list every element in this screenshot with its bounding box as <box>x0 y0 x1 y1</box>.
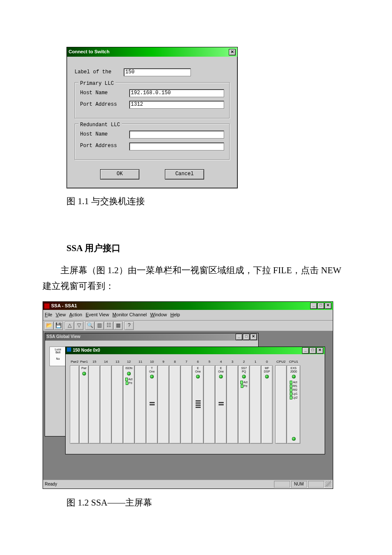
label-of-the-label: Label of the <box>75 68 124 77</box>
dialog-title: Connect to Switch <box>69 48 110 56</box>
close-icon[interactable]: ✕ <box>250 334 257 340</box>
figure-1-2-caption: 图 1.2 SSA——主屏幕 <box>66 495 349 511</box>
redundant-port-input[interactable] <box>129 142 224 150</box>
grid-icon[interactable]: ▦ <box>113 321 123 330</box>
slot-13[interactable]: 13 <box>112 365 123 444</box>
led-green-icon <box>242 375 246 379</box>
status-cell <box>308 481 324 488</box>
redundant-port-label: Port Address <box>80 142 129 151</box>
slot-7[interactable]: 7 <box>181 365 192 444</box>
status-cell <box>274 481 290 488</box>
up-icon[interactable]: △ <box>65 321 74 330</box>
find-icon[interactable]: 🔍 <box>85 321 95 330</box>
slot-0-mfdsp[interactable]: 0MF DSP <box>261 365 273 444</box>
columns-icon[interactable]: ▥ <box>95 321 104 330</box>
slot-9[interactable]: 9 <box>158 365 169 444</box>
ssa-user-interface-heading: SSA 用户接口 <box>66 240 349 257</box>
port-icon <box>196 402 201 404</box>
slot-pwr2[interactable]: Pwr2 <box>70 365 79 444</box>
slot-12-isdn[interactable]: 12ISDNActPri <box>123 365 135 444</box>
slot-4-eone[interactable]: 4E One <box>215 365 227 444</box>
port-icon <box>196 405 201 406</box>
menu-window[interactable]: Window <box>150 311 167 319</box>
slot-cpu2[interactable]: CPU2 <box>275 365 287 444</box>
node-title: 150 Node 0x0 <box>73 348 100 353</box>
primary-llc-group: Primary LLC Host Name 192.168.0.150 Port… <box>75 82 230 119</box>
minimize-icon[interactable]: _ <box>302 347 309 354</box>
primary-port-input[interactable]: 1312 <box>129 101 224 109</box>
slot-2-ss7pq[interactable]: 2SS7 PQActPri <box>238 365 250 444</box>
global-view-title: SSA Global View <box>46 333 80 341</box>
ssa-main-window: SSA - SSA1 _ □ ✕ File View Action Event … <box>43 301 333 489</box>
status-ready: Ready <box>45 480 57 488</box>
redundant-host-input[interactable] <box>129 130 224 139</box>
menu-action[interactable]: Action <box>69 311 82 319</box>
primary-port-label: Port Address <box>80 100 129 110</box>
led-green-icon <box>82 372 86 376</box>
node-icon <box>67 347 71 352</box>
menu-file[interactable]: File <box>45 311 52 319</box>
menu-event-view[interactable]: Event View <box>86 311 109 319</box>
save-icon[interactable]: 💾 <box>54 321 63 330</box>
primary-llc-legend: Primary LLC <box>78 79 115 89</box>
menu-help[interactable]: Help <box>170 311 180 319</box>
slot-3[interactable]: 3 <box>227 365 238 444</box>
minimize-icon[interactable]: _ <box>310 303 317 309</box>
slot-5[interactable]: 5 <box>204 365 215 444</box>
menu-monitor-channel[interactable]: Monitor Channel <box>112 311 147 319</box>
maximize-icon[interactable]: □ <box>243 334 250 340</box>
led-green-icon <box>196 375 200 379</box>
statusbar: Ready NUM <box>43 480 333 489</box>
led-green-icon <box>265 375 269 379</box>
cancel-button[interactable]: Cancel <box>165 169 204 179</box>
close-icon[interactable]: ✕ <box>317 347 323 354</box>
slot-8[interactable]: 8 <box>169 365 181 444</box>
slot-pwr1[interactable]: Pwr1Pwr <box>79 365 89 444</box>
menu-view[interactable]: View <box>56 311 66 319</box>
figure-1-1-caption: 图 1.1 与交换机连接 <box>66 194 349 210</box>
led-green-icon <box>292 375 296 379</box>
slot-10-tone[interactable]: 10T One <box>146 365 158 444</box>
menubar: File View Action Event View Monitor Chan… <box>43 310 333 321</box>
open-icon[interactable]: 📂 <box>44 321 54 330</box>
node-0x0-window: 150 Node 0x0 _ □ ✕ Pwr2 Pwr1Pwr 15 14 <box>65 347 325 454</box>
slot-1[interactable]: 1 <box>250 365 261 444</box>
chassis: Pwr2 Pwr1Pwr 15 14 13 12ISDNActPri 11 10… <box>70 365 320 446</box>
connect-to-switch-dialog: Connect to Switch ✕ Label of the 150 Pri… <box>66 47 238 188</box>
slot-6-eone[interactable]: 6E One <box>192 365 204 444</box>
maximize-icon[interactable]: □ <box>309 347 316 354</box>
slot-cpu1-exs2000[interactable]: CPU1EXS 2000ActRf1Rf2Lp1Lp2 <box>287 365 300 444</box>
redundant-llc-legend: Redundant LLC <box>78 121 122 130</box>
slot-15[interactable]: 15 <box>89 365 100 444</box>
port-icon <box>196 400 201 402</box>
slot-11[interactable]: 11 <box>135 365 146 444</box>
redundant-llc-group: Redundant LLC Host Name Port Address <box>75 124 230 160</box>
port-icon <box>196 407 201 408</box>
led-green-icon <box>150 375 154 379</box>
tree-icon[interactable]: ☷ <box>104 321 113 330</box>
down-icon[interactable]: ▽ <box>74 321 84 330</box>
close-icon[interactable]: ✕ <box>229 49 236 55</box>
app-titlebar: SSA - SSA1 _ □ ✕ <box>43 302 333 310</box>
resize-grip-icon[interactable] <box>325 481 331 487</box>
dialog-titlebar: Connect to Switch ✕ <box>67 47 237 57</box>
close-icon[interactable]: ✕ <box>325 303 331 309</box>
app-title: SSA - SSA1 <box>51 302 77 310</box>
ok-button[interactable]: OK <box>100 169 139 179</box>
global-switch-thumb[interactable]: LuceBellNo <box>49 347 66 366</box>
primary-host-input[interactable]: 192.168.0.150 <box>129 89 224 97</box>
paragraph-1: 主屏幕（图 1.2）由一菜单栏和一视窗区域组成，下拉 FILE，点击 NEW 建… <box>43 263 349 295</box>
mdi-client-area: SSA Global View _ □ ✕ LuceBellNo 150 Nod… <box>43 331 333 480</box>
led-green-icon <box>219 375 223 379</box>
port-icon <box>150 402 155 403</box>
help-icon[interactable]: ? <box>124 321 134 330</box>
maximize-icon[interactable]: □ <box>317 303 324 309</box>
led-green-icon <box>292 437 296 441</box>
led-green-icon <box>127 372 131 376</box>
port-icon <box>219 402 224 403</box>
slot-14[interactable]: 14 <box>100 365 112 444</box>
minimize-icon[interactable]: _ <box>236 334 242 340</box>
toolbar: 📂 💾 △ ▽ 🔍 ▥ ☷ ▦ ? <box>43 321 333 331</box>
redundant-host-label: Host Name <box>80 130 129 139</box>
label-of-the-input[interactable]: 150 <box>124 68 191 76</box>
